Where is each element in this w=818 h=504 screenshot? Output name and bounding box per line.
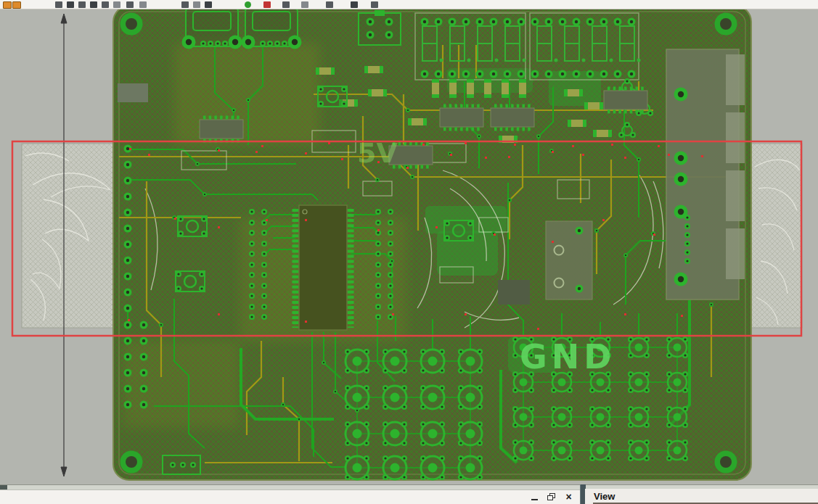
undo-icon[interactable] xyxy=(126,1,134,8)
usb-connector-2[interactable] xyxy=(242,9,302,49)
toolbar xyxy=(0,0,818,9)
minimize-icon xyxy=(531,499,538,500)
usb-connector-1[interactable] xyxy=(182,9,242,49)
cut-icon[interactable] xyxy=(90,1,97,8)
gnd-label: GND xyxy=(520,337,615,376)
main-ic[interactable] xyxy=(295,205,351,330)
pcb-canvas[interactable]: 5V GND xyxy=(0,9,818,484)
redo-icon[interactable] xyxy=(139,1,147,8)
left-edge-component[interactable] xyxy=(118,83,148,102)
float-icon xyxy=(547,493,555,500)
preview-icon[interactable] xyxy=(78,1,86,8)
check-icon[interactable] xyxy=(245,1,251,8)
print-icon[interactable] xyxy=(67,1,74,8)
top-middle-connector[interactable] xyxy=(359,10,401,45)
splitter-handle[interactable] xyxy=(0,485,7,489)
mounting-hole-bottom-left[interactable] xyxy=(120,451,143,474)
ruler-icon[interactable] xyxy=(326,1,333,8)
layers-icon[interactable] xyxy=(282,1,290,8)
open-folder-icon[interactable] xyxy=(12,1,21,9)
mounting-hole-bottom-right[interactable] xyxy=(715,451,737,474)
relay-footprint[interactable] xyxy=(546,221,592,299)
application-window: { "window": {"width": 1127, "height": 69… xyxy=(0,0,818,504)
mounting-hole-top-left[interactable] xyxy=(120,13,143,36)
dark-component[interactable] xyxy=(498,280,530,305)
grid-icon[interactable] xyxy=(301,1,308,8)
mechanical-panel-left[interactable] xyxy=(22,144,113,328)
view-panel-header: View xyxy=(585,489,818,504)
mounting-hole-top-right[interactable] xyxy=(715,13,737,36)
new-folder-icon[interactable] xyxy=(3,1,12,9)
panel-title-view[interactable]: View xyxy=(594,491,615,502)
copy-icon[interactable] xyxy=(102,1,109,8)
error-icon[interactable] xyxy=(263,1,271,8)
zoom-icon[interactable] xyxy=(205,1,212,8)
save-icon[interactable] xyxy=(55,1,62,8)
chip-icon[interactable] xyxy=(351,1,358,8)
paste-icon[interactable] xyxy=(113,1,120,8)
pcb-editor-canvas[interactable]: 5V GND xyxy=(0,9,818,484)
bottom-left-connector[interactable] xyxy=(163,455,200,474)
right-edge-connector[interactable] xyxy=(666,49,745,299)
mechanical-panel-right[interactable] xyxy=(751,144,802,328)
minimize-button[interactable] xyxy=(528,491,541,502)
select-icon[interactable] xyxy=(181,1,189,8)
bottom-bar: × View xyxy=(0,484,818,504)
float-button[interactable] xyxy=(545,491,557,502)
close-button[interactable]: × xyxy=(563,491,575,502)
table-icon[interactable] xyxy=(371,1,378,8)
pan-icon[interactable] xyxy=(193,1,200,8)
